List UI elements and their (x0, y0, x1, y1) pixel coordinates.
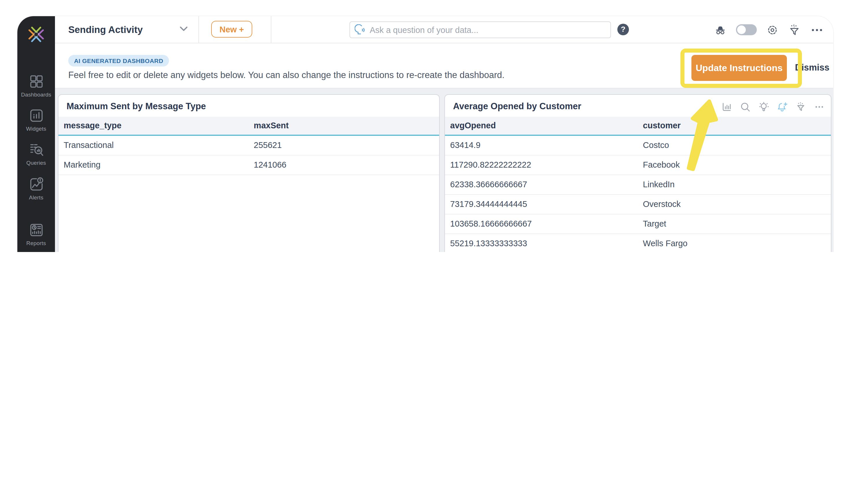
table-row[interactable]: 63414.9 Costco (445, 136, 831, 156)
table-row[interactable]: 62338.36666666667 LinkedIn (445, 175, 831, 195)
widget-average-opened: Average Opened by Customer (444, 94, 831, 252)
ai-generated-badge: AI GENERATED DASHBOARD (68, 55, 169, 67)
cell: Wells Fargo (643, 239, 687, 248)
column-header[interactable]: maxSent (254, 121, 289, 130)
column-header[interactable]: customer (643, 121, 681, 130)
widget-title: Maximum Sent by Message Type (67, 101, 206, 111)
column-header[interactable]: message_type (64, 121, 121, 130)
dashboard-title[interactable]: Sending Activity (68, 24, 143, 35)
topbar-divider (271, 16, 271, 43)
toggle-knob (737, 25, 746, 34)
sidebar-item-widgets[interactable]: Widgets (17, 108, 55, 132)
chart-icon[interactable] (722, 102, 732, 112)
dashboard-grid: Maximum Sent by Message Type message_typ… (55, 88, 833, 252)
main-area: Sending Activity New + (55, 16, 833, 252)
cell: 103658.16666666667 (450, 219, 532, 228)
widget-toolbar (704, 102, 825, 112)
gear-icon[interactable] (766, 23, 779, 36)
sidebar: Dashboards Widgets Queries (17, 16, 55, 252)
filter-sparkle-icon[interactable] (795, 102, 806, 112)
table-row[interactable]: Transactional 255621 (58, 136, 439, 156)
banner-message: Feel free to edit or delete any widgets … (68, 70, 504, 80)
cell: 255621 (254, 141, 282, 150)
export-doc-icon[interactable] (704, 102, 713, 112)
cell: LinkedIn (643, 180, 675, 189)
chevron-down-icon[interactable] (179, 26, 188, 32)
update-instructions-button[interactable]: Update Instructions (691, 55, 787, 81)
table-header: message_type maxSent (58, 117, 439, 136)
app-logo-icon[interactable] (27, 25, 46, 44)
column-header[interactable]: avgOpened (450, 121, 496, 130)
topbar-actions (714, 16, 824, 43)
queries-icon (29, 142, 44, 157)
filter-sparkle-icon[interactable] (788, 23, 801, 36)
cell: 1241066 (254, 160, 287, 169)
dashboards-icon (29, 74, 44, 89)
voice-ask-icon (355, 24, 366, 35)
sidebar-item-dashboards[interactable]: Dashboards (17, 74, 55, 98)
sidebar-item-alerts[interactable]: Alerts (17, 177, 55, 201)
topbar-divider (199, 16, 199, 43)
table-row[interactable]: Marketing 1241066 (58, 156, 439, 175)
toggle-switch[interactable] (736, 24, 757, 35)
sidebar-item-label: Reports (17, 240, 55, 246)
sidebar-item-label: Alerts (17, 194, 55, 201)
dismiss-button[interactable]: Dismiss (795, 62, 829, 73)
cell: Facebook (643, 160, 679, 169)
cell: Marketing (64, 160, 100, 169)
table-row[interactable]: 103658.16666666667 Target (445, 214, 831, 234)
lightbulb-icon[interactable] (758, 102, 769, 112)
cell: Target (643, 219, 666, 228)
widget-title: Average Opened by Customer (453, 101, 581, 111)
table-row[interactable]: 55219.13333333333 Wells Fargo (445, 234, 831, 252)
table-row[interactable]: 73179.34444444445 Overstock (445, 195, 831, 214)
page: Dashboards Widgets Queries (0, 0, 843, 252)
cell: 62338.36666666667 (450, 180, 527, 189)
alerts-icon (29, 177, 44, 192)
table-header: avgOpened customer (445, 117, 831, 136)
search-input[interactable] (370, 25, 606, 34)
cell: Transactional (64, 141, 114, 150)
cell: 55219.13333333333 (450, 239, 527, 248)
sidebar-item-reports[interactable]: Reports (17, 222, 55, 246)
cell: 73179.34444444445 (450, 199, 527, 209)
incognito-icon[interactable] (714, 23, 727, 36)
sidebar-item-label: Dashboards (17, 91, 55, 98)
search-bar (349, 21, 611, 38)
app-window: Dashboards Widgets Queries (17, 16, 833, 252)
ellipsis-icon[interactable] (810, 23, 824, 36)
sidebar-item-queries[interactable]: Queries (17, 142, 55, 166)
widgets-icon (29, 108, 44, 123)
cell: 117290.82222222222 (450, 160, 531, 169)
cell: Overstock (643, 199, 681, 209)
ai-banner: AI GENERATED DASHBOARD Feel free to edit… (55, 43, 833, 88)
new-button[interactable]: New + (211, 21, 252, 38)
cell: 63414.9 (450, 141, 481, 150)
sidebar-item-label: Widgets (17, 125, 55, 132)
cell: Costco (643, 141, 669, 150)
reports-icon (29, 222, 44, 237)
table-row[interactable]: 117290.82222222222 Facebook (445, 156, 831, 175)
widget-maximum-sent: Maximum Sent by Message Type message_typ… (58, 94, 440, 252)
help-circle-icon[interactable]: ? (617, 24, 629, 35)
add-alert-bell-icon[interactable] (777, 102, 788, 112)
widget-more-icon[interactable] (814, 102, 825, 112)
sidebar-item-label: Queries (17, 160, 55, 166)
search-icon[interactable] (740, 102, 751, 112)
topbar: Sending Activity New + (55, 16, 833, 43)
